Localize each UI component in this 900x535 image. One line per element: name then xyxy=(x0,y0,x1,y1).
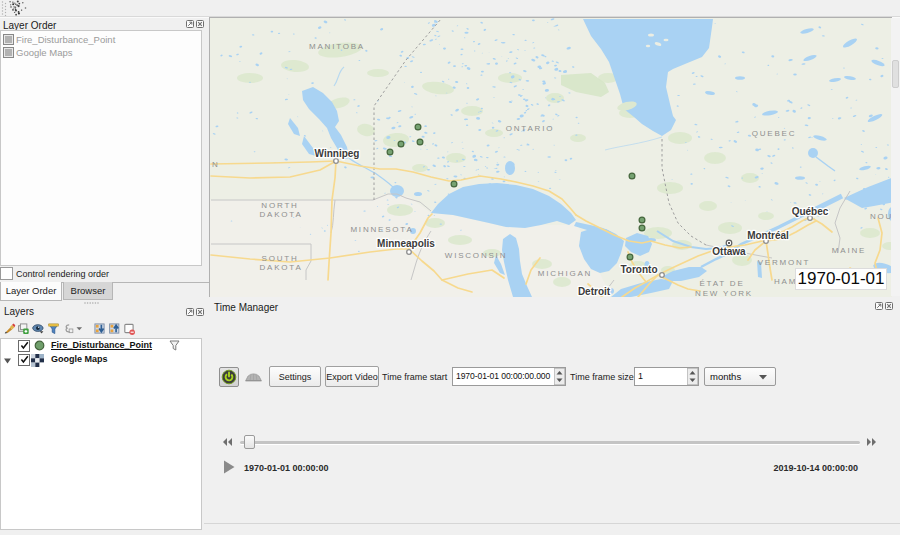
svg-text:Minneapolis: Minneapolis xyxy=(377,238,435,249)
svg-text:NOUVEAU-BRU: NOUVEAU-BRU xyxy=(870,212,892,221)
svg-text:DAKOTA: DAKOTA xyxy=(259,210,302,219)
svg-text:Winnipeg: Winnipeg xyxy=(315,148,360,159)
svg-text:NEW YORK: NEW YORK xyxy=(695,289,753,297)
svg-text:N: N xyxy=(212,160,220,169)
svg-text:DAKOTA: DAKOTA xyxy=(259,263,302,272)
svg-text:MAINE: MAINE xyxy=(832,246,866,255)
svg-text:Montréal: Montréal xyxy=(747,230,789,241)
svg-text:MINNESOTA: MINNESOTA xyxy=(350,225,413,234)
svg-text:QUEBEC: QUEBEC xyxy=(752,129,797,138)
svg-text:MANITOBA: MANITOBA xyxy=(309,42,365,51)
svg-text:Québec: Québec xyxy=(792,206,829,217)
svg-text:WISCONSIN: WISCONSIN xyxy=(445,251,507,260)
svg-text:Ottawa: Ottawa xyxy=(712,246,746,257)
svg-text:ONTARIO: ONTARIO xyxy=(506,124,554,133)
svg-text:SOUTH: SOUTH xyxy=(262,254,299,263)
svg-text:Detroit: Detroit xyxy=(578,286,611,297)
svg-text:Toronto: Toronto xyxy=(620,264,657,275)
svg-text:MICHIGAN: MICHIGAN xyxy=(538,269,592,278)
svg-text:NORTH: NORTH xyxy=(261,201,298,210)
svg-text:VERMONT: VERMONT xyxy=(758,258,811,267)
svg-text:ÉTAT DE: ÉTAT DE xyxy=(699,279,744,288)
